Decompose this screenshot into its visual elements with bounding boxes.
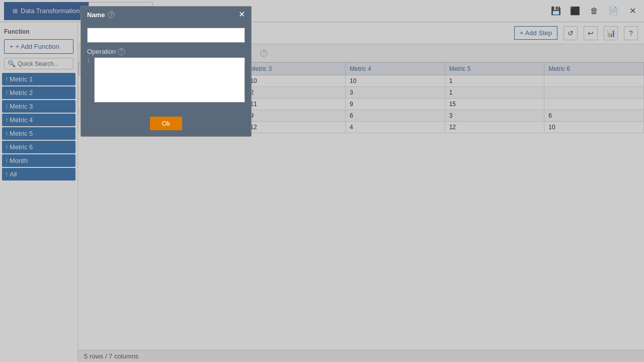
modal-operation-label: Operation ?	[87, 48, 245, 55]
modal-dialog: Name ? ✕ Operation ? 1 Ok	[80, 6, 252, 137]
modal-title: Name ?	[87, 11, 115, 19]
modal-operation-help-icon[interactable]: ?	[118, 48, 125, 55]
line-number: 1	[87, 57, 90, 63]
ok-button[interactable]: Ok	[150, 117, 183, 130]
modal-body: Operation ? 1	[81, 23, 251, 115]
modal-operation-textarea[interactable]	[94, 57, 245, 103]
modal-close-button[interactable]: ✕	[238, 11, 245, 19]
modal-title-text: Name	[87, 11, 105, 19]
modal-name-help-icon[interactable]: ?	[108, 11, 115, 18]
modal-name-input[interactable]	[87, 28, 245, 43]
modal-header: Name ? ✕	[81, 7, 251, 23]
modal-footer: Ok	[81, 115, 251, 136]
